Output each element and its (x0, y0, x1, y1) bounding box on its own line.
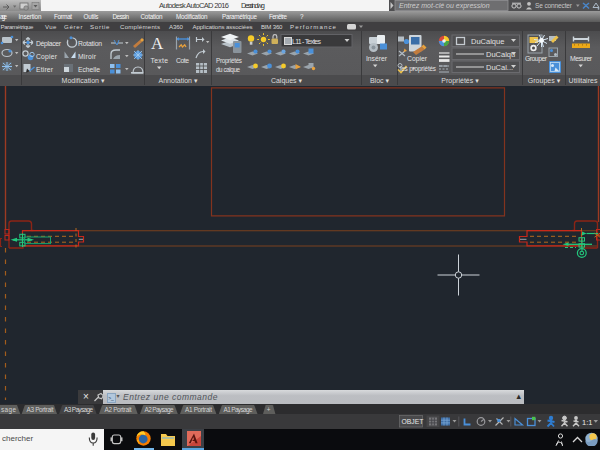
svg-text:Déplacer: Déplacer (36, 40, 62, 48)
svg-text:Entrez mot-clé ou expression: Entrez mot-clé ou expression (399, 2, 490, 10)
svg-text:Dessin: Dessin (113, 13, 130, 20)
svg-text:Modification: Modification (176, 13, 208, 20)
svg-text:Cote: Cote (176, 57, 189, 64)
svg-text:A2 Paysage: A2 Paysage (145, 406, 174, 414)
svg-text:age: age (0, 13, 7, 21)
svg-text:Propriétés: Propriétés (216, 57, 242, 65)
svg-text:Insérer: Insérer (366, 55, 388, 62)
svg-text:Outils: Outils (84, 13, 99, 20)
svg-text:Copier: Copier (407, 55, 428, 63)
svg-text:Cotation: Cotation (141, 13, 163, 20)
svg-text:A3 Portrait: A3 Portrait (27, 406, 54, 413)
svg-text:Dessin.dwg: Dessin.dwg (241, 1, 265, 10)
svg-text:1:1: 1:1 (582, 418, 592, 427)
svg-text:Copier: Copier (36, 53, 58, 61)
svg-text:Se connecter: Se connecter (535, 2, 573, 9)
svg-text:Vue: Vue (45, 23, 57, 30)
svg-text:Compléments: Compléments (120, 23, 160, 30)
svg-text:du calque: du calque (216, 66, 240, 74)
svg-text:A2 Portrait: A2 Portrait (105, 406, 132, 413)
svg-text:Miroir: Miroir (78, 53, 97, 60)
svg-text:Etirer: Etirer (36, 66, 54, 73)
svg-text:A1 Paysage: A1 Paysage (224, 406, 253, 414)
svg-text:DuCalque: DuCalque (471, 37, 504, 46)
svg-text:sage: sage (1, 406, 16, 414)
svg-text:Mesurer: Mesurer (570, 55, 593, 62)
svg-text:Rotation: Rotation (78, 40, 102, 47)
svg-text:Insertion: Insertion (19, 13, 42, 20)
svg-text:A3 Paysage: A3 Paysage (64, 406, 93, 414)
svg-text:Applications associées: Applications associées (193, 23, 253, 30)
svg-text:?: ? (300, 13, 304, 20)
svg-text:L11 - Textes: L11 - Textes (292, 38, 322, 45)
svg-text:BIM 360: BIM 360 (261, 23, 283, 30)
svg-text:A: A (151, 34, 164, 53)
svg-text:Grouper: Grouper (525, 55, 548, 63)
svg-text:Format: Format (54, 13, 72, 20)
svg-text:Texte: Texte (151, 57, 169, 64)
svg-text:DuCalqu: DuCalqu (486, 50, 515, 59)
svg-text:Paramétrique: Paramétrique (222, 13, 257, 21)
svg-text:les propriétés: les propriétés (400, 65, 436, 73)
svg-text:A1 Portrait: A1 Portrait (185, 406, 212, 413)
svg-text:Performance: Performance (290, 23, 337, 30)
svg-text:OBJET: OBJET (402, 418, 424, 425)
svg-text:Sortie: Sortie (90, 23, 110, 30)
svg-text:DuCal...: DuCal... (486, 63, 513, 72)
svg-text:Paramétrique: Paramétrique (1, 23, 35, 30)
svg-text:Fenêtre: Fenêtre (269, 13, 287, 20)
svg-text:Autodesk AutoCAD 2016: Autodesk AutoCAD 2016 (159, 1, 229, 10)
svg-text:Echelle: Echelle (78, 66, 100, 73)
svg-text:Gérer: Gérer (64, 23, 83, 30)
svg-text:+: + (267, 406, 271, 413)
svg-text:A360: A360 (169, 23, 184, 30)
